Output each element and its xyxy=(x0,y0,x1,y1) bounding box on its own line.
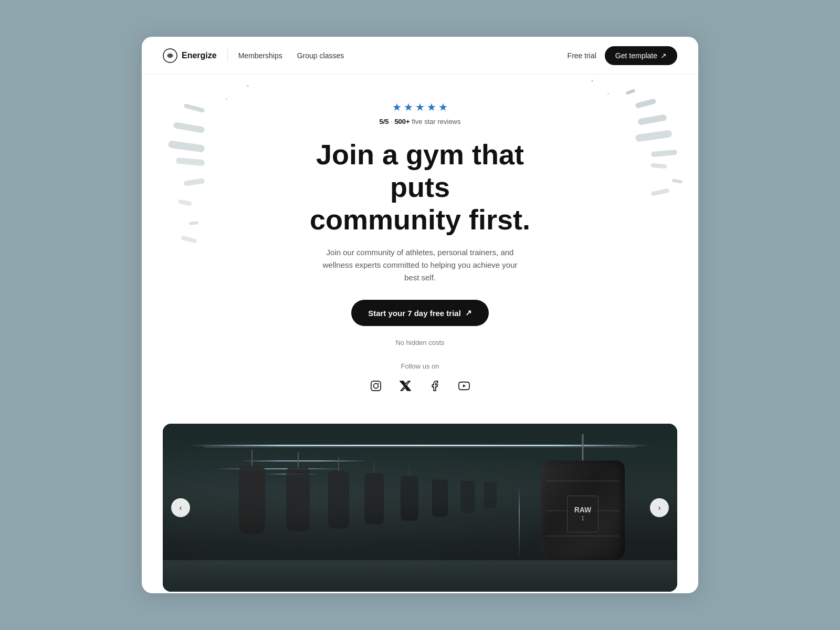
nav-group-classes[interactable]: Group classes xyxy=(297,51,344,60)
cta-icon: ↗ xyxy=(465,308,472,318)
star-3: ★ xyxy=(415,101,425,113)
carousel-next-button[interactable]: › xyxy=(650,498,669,517)
svg-point-4 xyxy=(378,383,379,384)
svg-point-3 xyxy=(373,384,378,388)
logo-icon xyxy=(163,48,177,63)
navbar: Energize Memberships Group classes Free … xyxy=(142,37,698,75)
get-template-button[interactable]: Get template ↗ xyxy=(605,46,677,65)
carousel-section: RAW 1 xyxy=(163,424,677,592)
gym-image: RAW 1 xyxy=(163,424,677,592)
svg-marker-5 xyxy=(463,385,466,388)
cta-label: Start your 7 day free trial xyxy=(368,309,461,318)
star-1: ★ xyxy=(392,101,402,113)
star-2: ★ xyxy=(404,101,413,113)
twitter-icon[interactable] xyxy=(396,376,415,395)
svg-rect-2 xyxy=(371,381,381,391)
page-container: Energize Memberships Group classes Free … xyxy=(142,37,698,593)
stars-row: ★ ★ ★ ★ ★ xyxy=(163,101,677,113)
facebook-icon[interactable] xyxy=(425,376,444,395)
hero-section: ★ ★ ★ ★ ★ 5/5 · 500+ five star reviews J… xyxy=(142,75,698,424)
review-text: 5/5 · 500+ five star reviews xyxy=(163,118,677,125)
logo-text: Energize xyxy=(182,51,217,60)
carousel-prev-icon: ‹ xyxy=(180,503,182,512)
get-template-icon: ↗ xyxy=(660,51,667,60)
nav-divider xyxy=(227,49,228,62)
get-template-label: Get template xyxy=(615,51,657,60)
headline-line2: community first. xyxy=(310,204,530,235)
no-hidden-costs: No hidden costs xyxy=(163,339,677,346)
cta-button[interactable]: Start your 7 day free trial ↗ xyxy=(351,300,489,326)
nav-right: Free trial Get template ↗ xyxy=(568,46,677,65)
logo[interactable]: Energize xyxy=(163,48,217,63)
social-icons xyxy=(163,376,677,395)
nav-links: Memberships Group classes xyxy=(238,51,344,60)
carousel-next-icon: › xyxy=(658,503,661,512)
star-4: ★ xyxy=(427,101,436,113)
hero-subtext: Join our community of athletes, personal… xyxy=(320,246,520,284)
nav-memberships[interactable]: Memberships xyxy=(238,51,282,60)
carousel-prev-button[interactable]: ‹ xyxy=(171,498,190,517)
follow-text: Follow us on xyxy=(163,362,677,370)
social-section: Follow us on xyxy=(163,362,677,395)
youtube-icon[interactable] xyxy=(455,376,474,395)
star-5: ★ xyxy=(438,101,448,113)
hero-headline: Join a gym that puts community first. xyxy=(294,138,546,236)
free-trial-link[interactable]: Free trial xyxy=(568,51,596,60)
instagram-icon[interactable] xyxy=(366,376,385,395)
headline-line1: Join a gym that puts xyxy=(316,139,524,203)
